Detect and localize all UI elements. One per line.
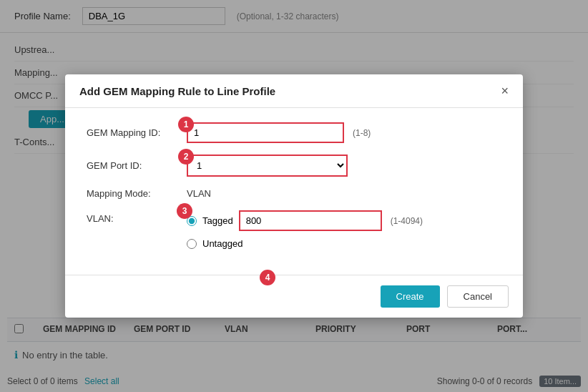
background-page: Profile Name: (Optional, 1-32 characters… <box>0 0 588 392</box>
step3-badge: 3 <box>177 203 192 219</box>
vlan-row: VLAN: 3 Tagged (1-4094) <box>87 210 501 249</box>
gem-mapping-id-row: GEM Mapping ID: 1 (1-8) <box>87 122 501 143</box>
create-button[interactable]: Create <box>381 285 440 308</box>
gem-mapping-id-wrap: 1 (1-8) <box>187 122 501 143</box>
modal-dialog: Add GEM Mapping Rule to Line Profile × G… <box>65 74 523 318</box>
vlan-untagged-option: Untagged <box>187 238 423 249</box>
vlan-label: VLAN: <box>87 210 187 224</box>
mapping-mode-value: VLAN <box>187 188 211 199</box>
step1-badge: 1 <box>178 117 194 132</box>
modal-header: Add GEM Mapping Rule to Line Profile × <box>65 74 523 108</box>
untagged-radio[interactable] <box>187 239 197 249</box>
gem-port-id-row: GEM Port ID: 2 1 <box>87 155 501 177</box>
tagged-label: Tagged <box>202 215 233 226</box>
modal-title: Add GEM Mapping Rule to Line Profile <box>79 85 275 97</box>
mapping-mode-label: Mapping Mode: <box>87 188 187 199</box>
mapping-mode-row: Mapping Mode: VLAN <box>87 188 501 199</box>
cancel-button[interactable]: Cancel <box>447 285 509 308</box>
vlan-input-wrap: (1-4094) <box>239 210 423 231</box>
modal-footer: 4 Create Cancel <box>65 275 523 318</box>
untagged-label: Untagged <box>202 238 242 249</box>
step4-badge: 4 <box>260 270 275 285</box>
modal-close-button[interactable]: × <box>501 84 509 97</box>
modal-body: GEM Mapping ID: 1 (1-8) GEM Port ID: 2 1 <box>65 108 523 275</box>
gem-port-id-select[interactable]: 1 <box>187 155 348 177</box>
gem-mapping-id-label: GEM Mapping ID: <box>87 127 187 138</box>
step2-badge: 2 <box>178 149 194 165</box>
vlan-range-hint: (1-4094) <box>391 216 423 226</box>
gem-port-id-wrap: 2 1 <box>187 155 501 177</box>
gem-mapping-id-range: (1-8) <box>353 128 371 138</box>
modal-overlay: Add GEM Mapping Rule to Line Profile × G… <box>0 0 588 392</box>
gem-mapping-id-input[interactable] <box>187 122 344 143</box>
vlan-options: 3 Tagged (1-4094) <box>187 210 423 249</box>
gem-port-id-label: GEM Port ID: <box>87 160 187 171</box>
vlan-value-input[interactable] <box>239 210 382 231</box>
vlan-tagged-option: Tagged (1-4094) <box>187 210 423 231</box>
